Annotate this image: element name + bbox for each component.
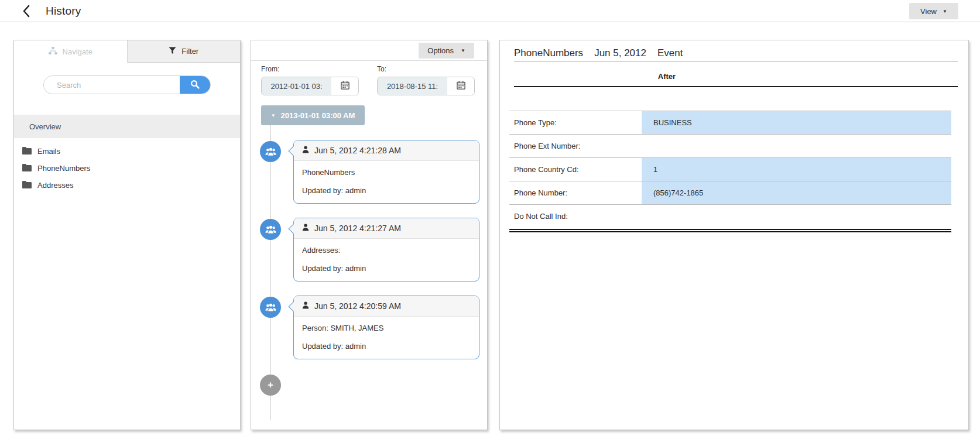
attribute-label: Do Not Call Ind: [509, 205, 642, 228]
to-calendar-button[interactable] [447, 77, 474, 95]
group-avatar-icon[interactable] [260, 297, 281, 318]
person-icon [302, 146, 309, 155]
filter-icon [169, 47, 176, 56]
tab-filter-label: Filter [181, 47, 198, 56]
chevron-down-icon: ▼ [271, 113, 276, 118]
to-date-input[interactable]: 2018-08-15 11: [378, 77, 447, 95]
timeline-event: Jun 5, 2012 4:21:28 AM PhoneNumbers Upda… [251, 140, 487, 204]
table-row: Phone Type: BUSINESS [509, 111, 951, 134]
table-row: Phone Ext Number: [509, 134, 951, 157]
detail-panel: PhoneNumbers Jun 5, 2012 Event After Pho… [499, 40, 969, 430]
search-button[interactable] [180, 76, 210, 94]
attribute-value [642, 205, 951, 228]
timeline-panel: Options ▼ From: 2012-01-01 03: To: 2018-… [251, 40, 488, 430]
table-end-divider [509, 229, 951, 232]
folder-icon [22, 181, 32, 190]
timeline-event: Jun 5, 2012 4:21:27 AM Addresses: Update… [251, 218, 487, 281]
page-title: History [46, 5, 81, 18]
timeline-event-card[interactable]: Jun 5, 2012 4:21:28 AM PhoneNumbers Upda… [293, 140, 479, 204]
attribute-table: Phone Type: BUSINESS Phone Ext Number: P… [509, 111, 951, 232]
sitemap-icon [49, 47, 57, 57]
folder-icon [22, 147, 32, 156]
after-column-header: After [658, 72, 676, 81]
to-label: To: [377, 65, 475, 73]
plus-icon: + [268, 379, 273, 391]
group-avatar-icon[interactable] [260, 141, 281, 162]
event-title: Person: SMITH, JAMES [302, 324, 471, 332]
attribute-label: Phone Number: [509, 181, 642, 204]
search-icon [190, 80, 200, 91]
timeline-event-card[interactable]: Jun 5, 2012 4:21:27 AM Addresses: Update… [293, 218, 479, 281]
attribute-label: Phone Ext Number: [509, 135, 642, 157]
view-button[interactable]: View ▼ [909, 3, 958, 19]
navigation-tabs: Navigate Filter [14, 40, 240, 63]
event-timestamp: Jun 5, 2012 4:21:27 AM [314, 224, 401, 233]
calendar-icon [341, 81, 349, 91]
person-icon [302, 301, 309, 311]
tab-navigate-label: Navigate [63, 47, 92, 56]
to-field: To: 2018-08-15 11: [377, 65, 475, 95]
from-field: From: 2012-01-01 03: [261, 65, 359, 95]
from-label: From: [261, 65, 359, 73]
event-timestamp: Jun 5, 2012 4:20:59 AM [314, 301, 401, 311]
attribute-value: (856)742-1865 [642, 181, 951, 204]
options-button[interactable]: Options ▼ [419, 43, 474, 59]
entity-tree: Emails PhoneNumbers Addresses [14, 143, 240, 194]
date-range: From: 2012-01-01 03: To: 2018-08-15 11: [261, 65, 475, 95]
tree-item-label: Emails [37, 147, 60, 156]
timeline-group-label: 2013-01-01 03:00 AM [281, 111, 355, 120]
detail-title: PhoneNumbers Jun 5, 2012 Event [514, 47, 683, 59]
detail-title-date: Jun 5, 2012 [594, 47, 646, 59]
overview-label: Overview [29, 122, 61, 131]
back-icon[interactable] [22, 5, 34, 18]
view-button-label: View [920, 7, 937, 16]
group-avatar-icon[interactable] [260, 219, 281, 240]
detail-title-entity: PhoneNumbers [514, 47, 583, 59]
tree-item-phonenumbers[interactable]: PhoneNumbers [14, 160, 240, 177]
top-bar: History View ▼ [0, 0, 980, 22]
chevron-down-icon: ▼ [943, 9, 947, 14]
calendar-icon [457, 81, 465, 91]
event-updated-by: Updated by: admin [302, 186, 471, 195]
tree-item-emails[interactable]: Emails [14, 143, 240, 160]
folder-icon [22, 164, 32, 173]
options-button-label: Options [427, 46, 454, 55]
attribute-value: 1 [642, 158, 951, 181]
event-updated-by: Updated by: admin [302, 342, 471, 351]
navigation-panel: Navigate Filter Overview Emails P [13, 40, 241, 430]
table-row: Phone Country Cd: 1 [509, 157, 951, 181]
event-updated-by: Updated by: admin [302, 264, 471, 273]
tree-item-label: PhoneNumbers [37, 164, 90, 173]
table-row: Phone Number: (856)742-1865 [509, 181, 951, 204]
table-row: Do Not Call Ind: [509, 204, 951, 228]
event-title: Addresses: [302, 246, 471, 255]
event-title: PhoneNumbers [302, 168, 471, 177]
event-timestamp: Jun 5, 2012 4:21:28 AM [314, 146, 401, 155]
attribute-value [642, 135, 951, 157]
from-date-input[interactable]: 2012-01-01 03: [262, 77, 331, 95]
from-calendar-button[interactable] [331, 77, 358, 95]
detail-title-type: Event [657, 47, 683, 59]
load-more-button[interactable]: + [260, 375, 281, 396]
attribute-label: Phone Type: [509, 111, 642, 134]
timeline-group-header[interactable]: ▼ 2013-01-01 03:00 AM [261, 105, 365, 125]
after-divider [514, 86, 958, 87]
timeline-event: Jun 5, 2012 4:20:59 AM Person: SMITH, JA… [251, 296, 487, 359]
chevron-down-icon: ▼ [461, 48, 465, 53]
options-row: Options ▼ [251, 40, 487, 61]
attribute-value: BUSINESS [642, 111, 951, 134]
tree-item-overview[interactable]: Overview [14, 115, 240, 138]
tree-item-label: Addresses [37, 181, 73, 190]
timeline-event-card[interactable]: Jun 5, 2012 4:20:59 AM Person: SMITH, JA… [293, 296, 479, 359]
person-icon [302, 224, 309, 233]
tree-item-addresses[interactable]: Addresses [14, 177, 240, 194]
search-input[interactable] [44, 76, 180, 94]
search-area [14, 63, 240, 115]
tab-navigate[interactable]: Navigate [14, 40, 128, 63]
tab-filter[interactable]: Filter [128, 40, 241, 63]
attribute-label: Phone Country Cd: [509, 158, 642, 181]
title-divider [514, 61, 958, 62]
